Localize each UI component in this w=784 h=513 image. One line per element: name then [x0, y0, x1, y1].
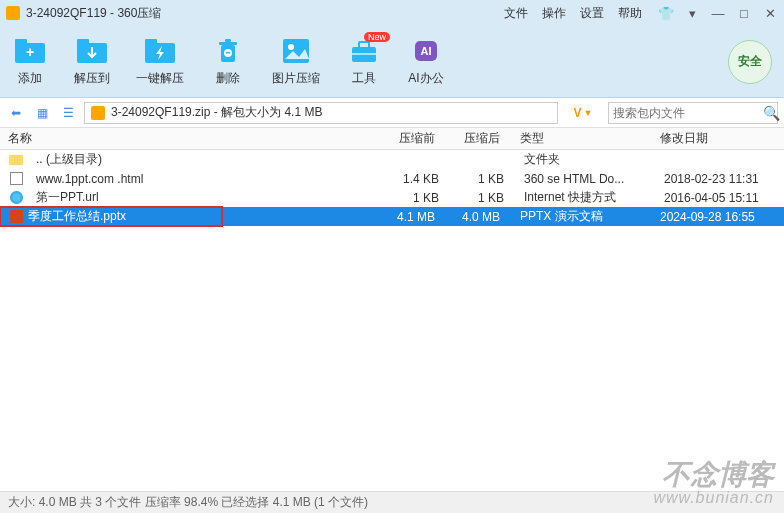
table-row[interactable]: 第一PPT.url 1 KB 1 KB Internet 快捷方式 2016-0…: [0, 188, 784, 207]
file-type: Internet 快捷方式: [514, 189, 654, 206]
titlebar: 3-24092QF119 - 360压缩 文件 操作 设置 帮助 👕 ▾ — □…: [0, 0, 784, 26]
one-click-label: 一键解压: [136, 70, 184, 87]
toolbar: + 添加 解压到 一键解压 删除 图片压缩 New 工具 AI: [0, 26, 784, 98]
html-icon: [8, 172, 24, 186]
add-button[interactable]: + 添加: [12, 36, 48, 87]
dropdown-icon[interactable]: ▾: [684, 5, 700, 21]
v-dropdown[interactable]: V▼: [564, 106, 602, 120]
file-name: .. (上级目录): [28, 151, 379, 168]
extract-to-label: 解压到: [74, 70, 110, 87]
menu-help[interactable]: 帮助: [618, 5, 642, 22]
menu-settings[interactable]: 设置: [580, 5, 604, 22]
close-button[interactable]: ✕: [762, 5, 778, 21]
menu-bar: 文件 操作 设置 帮助: [504, 5, 642, 22]
image-icon: [278, 36, 314, 66]
file-list: .. (上级目录) 文件夹 www.1ppt.com .html 1.4 KB …: [0, 150, 784, 226]
svg-rect-6: [145, 39, 157, 45]
image-compress-button[interactable]: 图片压缩: [272, 36, 320, 87]
table-row[interactable]: www.1ppt.com .html 1.4 KB 1 KB 360 se HT…: [0, 169, 784, 188]
search-box[interactable]: 🔍: [608, 102, 778, 124]
view-grid-icon[interactable]: ▦: [32, 103, 52, 123]
file-type: PPTX 演示文稿: [510, 208, 650, 225]
menu-file[interactable]: 文件: [504, 5, 528, 22]
file-before: 1 KB: [379, 191, 449, 205]
status-text: 大小: 4.0 MB 共 3 个文件 压缩率 98.4% 已经选择 4.1 MB…: [8, 494, 368, 511]
window-title: 3-24092QF119 - 360压缩: [26, 5, 504, 22]
file-date: 2018-02-23 11:31: [654, 172, 784, 186]
chevron-down-icon: ▼: [584, 108, 593, 118]
minimize-button[interactable]: —: [710, 5, 726, 21]
svg-point-12: [288, 44, 294, 50]
file-before: 1.4 KB: [379, 172, 449, 186]
breadcrumb[interactable]: 3-24092QF119.zip - 解包大小为 4.1 MB: [84, 102, 558, 124]
svg-text:+: +: [26, 44, 34, 60]
svg-rect-15: [352, 53, 376, 55]
folder-arrow-icon: [74, 36, 110, 66]
svg-rect-14: [359, 42, 369, 48]
url-icon: [8, 191, 24, 205]
header-before[interactable]: 压缩前: [375, 130, 445, 147]
view-list-icon[interactable]: ☰: [58, 103, 78, 123]
table-row[interactable]: 季度工作总结.pptx: [0, 207, 222, 226]
status-bar: 大小: 4.0 MB 共 3 个文件 压缩率 98.4% 已经选择 4.1 MB…: [0, 491, 784, 513]
file-after: 1 KB: [449, 172, 514, 186]
extract-to-button[interactable]: 解压到: [74, 36, 110, 87]
search-icon[interactable]: 🔍: [763, 105, 780, 121]
tools-label: 工具: [352, 70, 376, 87]
file-date: 2024-09-28 16:55: [650, 210, 780, 224]
delete-label: 删除: [216, 70, 240, 87]
new-badge: New: [364, 32, 390, 42]
ai-office-label: AI办公: [408, 70, 443, 87]
pathbar: ⬅ ▦ ☰ 3-24092QF119.zip - 解包大小为 4.1 MB V▼…: [0, 98, 784, 128]
file-name: 季度工作总结.pptx: [28, 208, 222, 225]
back-icon[interactable]: ⬅: [6, 103, 26, 123]
file-name: www.1ppt.com .html: [28, 172, 379, 186]
maximize-button[interactable]: □: [736, 5, 752, 21]
file-before: 4.1 MB: [375, 210, 445, 224]
file-name: 第一PPT.url: [28, 189, 379, 206]
file-after: 1 KB: [449, 191, 514, 205]
file-type: 360 se HTML Do...: [514, 172, 654, 186]
one-click-extract-button[interactable]: 一键解压: [136, 36, 184, 87]
pptx-icon: [8, 210, 24, 224]
app-icon: [6, 6, 20, 20]
tools-button[interactable]: New 工具: [346, 36, 382, 87]
image-compress-label: 图片压缩: [272, 70, 320, 87]
skin-icon[interactable]: 👕: [658, 5, 674, 21]
folder-plus-icon: +: [12, 36, 48, 66]
lightning-icon: [142, 36, 178, 66]
menu-operate[interactable]: 操作: [542, 5, 566, 22]
breadcrumb-text: 3-24092QF119.zip - 解包大小为 4.1 MB: [111, 104, 322, 121]
system-buttons: 👕 ▾ — □ ✕: [658, 5, 778, 21]
column-headers: 名称 压缩前 压缩后 类型 修改日期: [0, 128, 784, 150]
file-after: 4.0 MB: [445, 210, 510, 224]
folder-icon: [8, 153, 24, 167]
file-date: 2016-04-05 15:11: [654, 191, 784, 205]
delete-button[interactable]: 删除: [210, 36, 246, 87]
search-input[interactable]: [613, 106, 763, 120]
ai-icon: AI: [408, 36, 444, 66]
watermark-line1: 不念博客: [653, 461, 774, 489]
safe-badge: 安全: [728, 40, 772, 84]
table-row[interactable]: .. (上级目录) 文件夹: [0, 150, 784, 169]
svg-rect-8: [219, 42, 237, 45]
header-name[interactable]: 名称: [0, 130, 375, 147]
header-date[interactable]: 修改日期: [650, 130, 780, 147]
ai-office-button[interactable]: AI AI办公: [408, 36, 444, 87]
header-after[interactable]: 压缩后: [445, 130, 510, 147]
add-label: 添加: [18, 70, 42, 87]
header-type[interactable]: 类型: [510, 130, 650, 147]
trash-icon: [210, 36, 246, 66]
zip-icon: [91, 106, 105, 120]
svg-text:AI: AI: [421, 45, 432, 57]
svg-rect-4: [77, 39, 89, 45]
file-type: 文件夹: [514, 151, 654, 168]
svg-rect-9: [225, 39, 231, 42]
